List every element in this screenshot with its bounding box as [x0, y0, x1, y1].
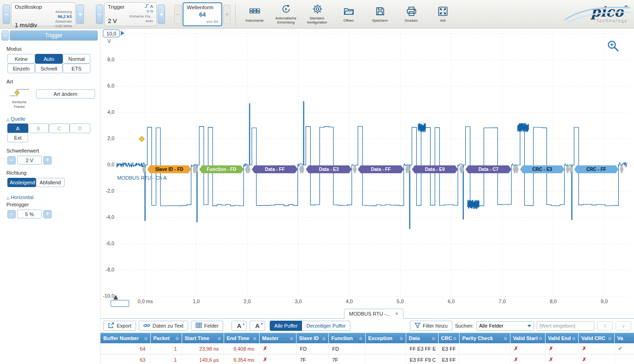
decode-segment[interactable]: Data - C7 — [466, 165, 512, 173]
registered-mark: ® — [623, 5, 628, 9]
pretrigger-increase-button[interactable]: + — [43, 210, 52, 218]
font-increase-button[interactable]: A — [231, 321, 247, 331]
column-header-packet[interactable]: ◇Packet — [150, 333, 182, 343]
fullscreen-button[interactable]: Voll — [428, 5, 457, 23]
sidebar-collapse-button[interactable]: – — [1, 30, 9, 41]
tab-close-icon[interactable]: × — [395, 311, 398, 317]
column-header-end[interactable]: ◇End Time — [224, 333, 259, 343]
source-ext-button[interactable]: Ext — [7, 133, 28, 142]
search-next-button[interactable]: ∨ — [616, 321, 631, 330]
trigger-position-marker[interactable] — [113, 295, 118, 299]
x-axis-offset-handle[interactable] — [111, 300, 129, 307]
column-header-master[interactable]: ◇Master — [259, 333, 296, 343]
column-header-valid_start[interactable]: ◇Valid Start — [510, 333, 545, 343]
trigger-increase-button[interactable]: + — [158, 5, 165, 24]
default-config-button[interactable]: Standard-konfiguration — [303, 3, 332, 25]
threshold-increase-button[interactable]: + — [43, 156, 52, 164]
decode-segment[interactable]: CRC - FF — [574, 165, 618, 173]
scope-settings-panel[interactable]: Oszilloskop 1 ms/div Abtastung 96,2 kS A… — [11, 2, 76, 26]
sort-icon: ◇ — [608, 336, 611, 341]
trigger-level-value[interactable]: 2 V — [108, 18, 124, 24]
pretrigger-value[interactable]: 5 % — [17, 210, 42, 218]
direction-falling-button[interactable]: Abfallend — [36, 178, 65, 187]
waveform-next-button[interactable]: + — [223, 5, 231, 24]
export-icon — [108, 322, 114, 329]
table-row[interactable]: 631149,6 µs9,354 ms✗7F7FE3 FF F9 CE3 FF✗… — [101, 354, 634, 364]
waveform-previous-button[interactable]: – — [174, 5, 182, 24]
cell-valid_start: ✗ — [510, 354, 545, 364]
source-b-button[interactable]: B — [28, 123, 49, 133]
mode-ets-button[interactable]: ETS — [63, 64, 90, 73]
sort-icon: ◇ — [144, 336, 147, 341]
decode-segment[interactable]: Data - E9 — [412, 165, 458, 173]
decode-segment[interactable]: Data - E3 — [306, 165, 352, 173]
column-header-function[interactable]: ◇Function — [328, 333, 365, 343]
threshold-decrease-button[interactable]: – — [7, 156, 16, 164]
timebase-value[interactable]: 1 ms/div — [15, 22, 37, 29]
search-scope-select[interactable]: Alle Felder — [476, 321, 534, 331]
mode-schnell-button[interactable]: Schnell — [35, 64, 63, 73]
data-to-text-button[interactable]: Daten zu Text — [139, 321, 188, 331]
zoom-magnifier-icon[interactable] — [607, 40, 620, 53]
scope-display[interactable]: 8,06,04,02,00,0-2,0-4,0-6,0-8,0-10,0 0,0… — [101, 29, 634, 308]
change-trigger-type-button[interactable]: Art ändern — [36, 89, 95, 99]
column-header-valid_frame[interactable]: ◇Va — [614, 333, 634, 343]
export-button[interactable]: Export — [103, 321, 136, 331]
column-header-exception[interactable]: ◇Exception — [365, 333, 406, 343]
picoscope-app: – Oszilloskop 1 ms/div Abtastung 96,2 kS… — [0, 0, 634, 364]
y-axis-scale-handle[interactable]: 10,0 — [103, 29, 120, 37]
mode-normal-button[interactable]: Normal — [63, 54, 90, 64]
source-c-button[interactable]: C — [49, 123, 70, 133]
tab-modbus-rtu[interactable]: MODBUS RTU -...× — [344, 309, 403, 319]
decode-segment[interactable]: CRC - E3 — [520, 165, 564, 173]
direction-rising-button[interactable]: Ansteigend — [7, 178, 36, 187]
search-input[interactable] — [537, 321, 594, 331]
trigger-pretrigger: 5 % — [130, 9, 153, 14]
all-buffers-button[interactable]: Alle Puffer — [270, 321, 302, 331]
cell-valid_end: ✗ — [545, 343, 578, 354]
quelle-section-header[interactable]: △Quelle — [6, 116, 100, 122]
horizontal-section-header[interactable]: △Horizontal — [6, 194, 100, 200]
save-button[interactable]: Speichern — [366, 5, 394, 23]
instruments-button[interactable]: Instrumente — [240, 5, 269, 23]
current-buffer-button[interactable]: Derzeitiger Puffer — [302, 321, 350, 331]
trigger-settings-panel[interactable]: Trigger 2 V A 5 % Einfache Fla... Auto — [104, 2, 157, 26]
y-axis-tick: -10,0 — [101, 293, 114, 299]
column-header-valid_end[interactable]: ◇Valid End — [545, 333, 578, 343]
column-header-buffer[interactable]: ◇Buffer Number — [101, 333, 150, 343]
timebase-decrease-button[interactable]: – — [3, 5, 10, 24]
add-filter-button[interactable]: Filter hinzu — [410, 321, 452, 331]
column-header-parity[interactable]: ◇Parity Check — [459, 333, 510, 343]
open-button[interactable]: Öffnen — [334, 5, 363, 23]
column-header-valid_crc[interactable]: ◇Valid CRC — [578, 333, 614, 343]
column-header-slave[interactable]: ◇Slave ID — [296, 333, 328, 343]
column-header-data[interactable]: ◇Data — [406, 333, 438, 343]
column-label: Va — [617, 335, 623, 341]
decode-table-wrap[interactable]: ◇Buffer Number◇Packet◇Start Time◇End Tim… — [101, 333, 634, 364]
trigger-decrease-button[interactable]: – — [96, 5, 103, 24]
decode-segment[interactable]: Slave ID - FD — [147, 165, 191, 173]
fields-button[interactable]: Felder — [191, 321, 223, 331]
source-d-button[interactable]: D — [70, 123, 90, 133]
waveform-buffer-panel[interactable]: Wellenform 64 von 64 — [183, 2, 222, 26]
pretrigger-decrease-button[interactable]: – — [7, 210, 16, 218]
mode-einzeln-button[interactable]: Einzeln — [7, 64, 35, 73]
auto-setup-button[interactable]: Automatische Einrichtung — [272, 3, 300, 25]
mode-keine-button[interactable]: Keine — [7, 54, 35, 64]
decode-segment[interactable]: Data - FF — [252, 165, 298, 173]
font-decrease-button[interactable]: A — [249, 321, 265, 331]
source-a-button[interactable]: A — [7, 123, 28, 133]
column-label: Buffer Number — [103, 335, 139, 341]
print-button[interactable]: Drucken — [397, 5, 426, 23]
timebase-increase-button[interactable]: + — [77, 5, 84, 24]
threshold-value[interactable]: 2 V — [17, 156, 42, 164]
mode-auto-button[interactable]: Auto — [35, 54, 63, 64]
cell-valid_crc: ✗ — [578, 343, 614, 354]
cell-crc: E3 FF — [438, 343, 459, 354]
search-previous-button[interactable]: ∧ — [597, 321, 613, 330]
column-header-start[interactable]: ◇Start Time — [182, 333, 224, 343]
decode-segment[interactable]: Data - FF — [358, 165, 404, 173]
column-header-crc[interactable]: ◇CRC — [438, 333, 459, 343]
table-row[interactable]: 64123,98 ns9,408 ms✗FDFDFF E3 FF EE3 FF✗… — [101, 343, 634, 354]
decode-segment[interactable]: Function - FD — [199, 165, 243, 173]
